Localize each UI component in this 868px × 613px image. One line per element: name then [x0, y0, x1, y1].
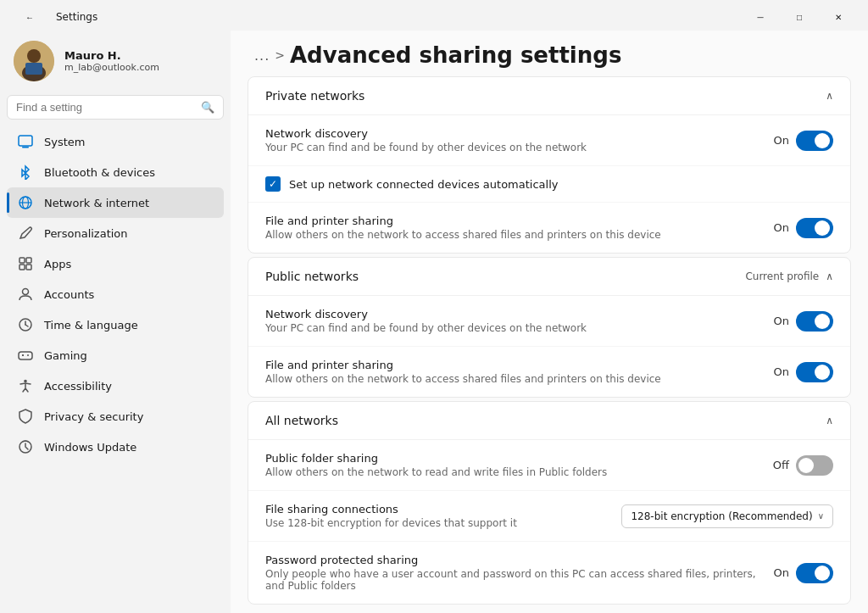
section-header-public-networks[interactable]: Public networksCurrent profile∧ [248, 258, 850, 296]
dropdown-value-file-sharing-connections: 128-bit encryption (Recommended) [631, 510, 812, 522]
sidebar-item-label-system: System [44, 136, 85, 148]
search-box[interactable]: 🔍 [7, 95, 224, 120]
setting-desc-file-printer-public: Allow others on the network to access sh… [265, 373, 774, 385]
svg-rect-17 [19, 352, 32, 359]
checkbox-row-setup-devices[interactable]: ✓Set up network connected devices automa… [248, 166, 850, 203]
toggle-network-discovery-private[interactable] [796, 131, 833, 151]
toggle-track-file-printer-private [796, 218, 833, 238]
sidebar-item-apps[interactable]: Apps [7, 248, 224, 279]
toggle-label-network-discovery-private: On [774, 134, 789, 147]
toggle-file-printer-public[interactable] [796, 362, 833, 382]
sidebar-item-accessibility[interactable]: Accessibility [7, 371, 224, 401]
chevron-up-icon: ∧ [826, 270, 833, 282]
section-header-right-all-networks: ∧ [826, 415, 833, 426]
dropdown-arrow-icon: ∨ [818, 511, 824, 521]
section-title-public-networks: Public networks [265, 270, 359, 283]
setting-desc-network-discovery-public: Your PC can find and be found by other d… [265, 322, 774, 334]
search-icon: 🔍 [201, 101, 214, 114]
content-area: Private networks∧Network discoveryYour P… [231, 76, 868, 613]
toggle-thumb-public-folder [798, 458, 814, 473]
back-button[interactable]: ← [10, 5, 49, 29]
setting-info-password-protected: Password protected sharingOnly people wh… [265, 554, 774, 592]
setting-control-public-folder: Off [773, 455, 833, 476]
accessibility-icon [17, 377, 34, 394]
checkbox-label-setup-devices: Set up network connected devices automat… [289, 178, 558, 191]
svg-point-21 [24, 380, 27, 383]
section-header-right-public-networks: Current profile∧ [745, 270, 833, 282]
user-email: m_lab@outlook.com [64, 62, 159, 73]
sidebar-item-bluetooth[interactable]: Bluetooth & devices [7, 157, 224, 187]
setting-control-network-discovery-private: On [774, 131, 833, 151]
titlebar: ← Settings ─ □ ✕ [0, 0, 868, 31]
sidebar-item-windows-update[interactable]: Windows Update [7, 432, 224, 462]
search-input[interactable] [16, 101, 194, 114]
svg-rect-11 [19, 265, 25, 270]
section-header-right-private-networks: ∧ [826, 90, 833, 102]
setting-desc-file-printer-private: Allow others on the network to access sh… [265, 229, 774, 241]
minimize-button[interactable]: ─ [741, 5, 780, 29]
setting-desc-file-sharing-connections: Use 128-bit encryption for devices that … [265, 517, 621, 529]
toggle-track-public-folder [796, 455, 833, 476]
dropdown-file-sharing-connections[interactable]: 128-bit encryption (Recommended)∨ [621, 504, 833, 528]
setting-row-password-protected: Password protected sharingOnly people wh… [248, 542, 850, 604]
svg-rect-10 [26, 258, 31, 263]
checkbox-setup-devices[interactable]: ✓ [265, 176, 281, 192]
setting-row-file-sharing-connections: File sharing connectionsUse 128-bit encr… [248, 491, 850, 542]
setting-label-public-folder: Public folder sharing [265, 452, 773, 465]
svg-rect-3 [25, 63, 42, 75]
sidebar-item-time[interactable]: Time & language [7, 309, 224, 340]
toggle-public-folder[interactable] [796, 455, 833, 476]
sidebar-item-privacy[interactable]: Privacy & security [7, 401, 224, 432]
user-section: Mauro H. m_lab@outlook.com [7, 31, 224, 95]
toggle-file-printer-private[interactable] [796, 218, 833, 238]
setting-label-network-discovery-private: Network discovery [265, 127, 774, 140]
setting-control-file-printer-public: On [774, 362, 833, 382]
sidebar: Mauro H. m_lab@outlook.com 🔍 SystemBluet… [0, 31, 231, 613]
sidebar-item-label-privacy: Privacy & security [44, 410, 143, 423]
sidebar-item-accounts[interactable]: Accounts [7, 279, 224, 309]
section-title-all-networks: All networks [265, 414, 338, 427]
current-profile-label: Current profile [745, 270, 819, 282]
setting-row-network-discovery-private: Network discoveryYour PC can find and be… [248, 115, 850, 166]
setting-label-file-sharing-connections: File sharing connections [265, 503, 621, 515]
section-header-private-networks[interactable]: Private networks∧ [248, 77, 850, 115]
toggle-network-discovery-public[interactable] [796, 311, 833, 332]
bluetooth-icon [17, 164, 34, 181]
chevron-up-icon: ∧ [826, 415, 833, 426]
user-name: Mauro H. [64, 49, 159, 62]
sidebar-item-gaming[interactable]: Gaming [7, 340, 224, 371]
svg-point-20 [27, 354, 29, 356]
page-title: Advanced sharing settings [290, 42, 621, 68]
sidebar-item-label-apps: Apps [44, 258, 71, 270]
section-header-all-networks[interactable]: All networks∧ [248, 402, 850, 440]
system-icon [17, 133, 34, 150]
sidebar-item-label-gaming: Gaming [44, 349, 87, 362]
section-title-private-networks: Private networks [265, 89, 364, 103]
breadcrumb-dots: ... [254, 47, 270, 64]
maximize-button[interactable]: □ [780, 5, 819, 29]
sidebar-item-label-network: Network & internet [44, 197, 149, 209]
setting-control-file-sharing-connections: 128-bit encryption (Recommended)∨ [621, 504, 833, 528]
breadcrumb: ... > Advanced sharing settings [231, 31, 868, 76]
sidebar-item-label-accessibility: Accessibility [44, 380, 112, 393]
toggle-track-network-discovery-public [796, 311, 833, 332]
svg-rect-9 [19, 258, 25, 263]
toggle-thumb-password-protected [815, 566, 830, 581]
sidebar-item-network[interactable]: Network & internet [7, 187, 224, 218]
setting-row-public-folder: Public folder sharingAllow others on the… [248, 440, 850, 491]
sidebar-item-personalization[interactable]: Personalization [7, 218, 224, 248]
apps-icon [17, 255, 34, 272]
windows-update-icon [17, 438, 34, 455]
privacy-icon [17, 408, 34, 425]
close-button[interactable]: ✕ [819, 5, 858, 29]
toggle-label-network-discovery-public: On [774, 315, 789, 327]
toggle-label-file-printer-private: On [774, 221, 789, 234]
setting-label-file-printer-public: File and printer sharing [265, 359, 774, 371]
app-body: Mauro H. m_lab@outlook.com 🔍 SystemBluet… [0, 31, 868, 613]
sidebar-item-label-personalization: Personalization [44, 227, 128, 240]
toggle-thumb-network-discovery-public [815, 314, 830, 329]
toggle-password-protected[interactable] [796, 563, 833, 583]
sidebar-item-system[interactable]: System [7, 126, 224, 157]
setting-label-password-protected: Password protected sharing [265, 554, 774, 566]
section-private-networks: Private networks∧Network discoveryYour P… [248, 76, 851, 254]
